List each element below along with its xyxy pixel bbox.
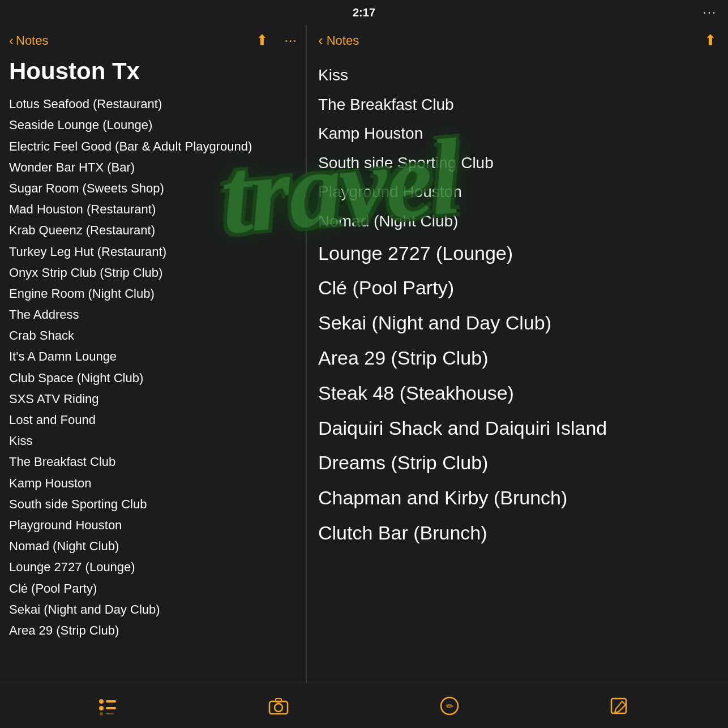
list-item: Nomad (Night Club) (9, 536, 297, 556)
list-item: South side Sporting Club (9, 494, 297, 515)
status-dots: ··· (703, 5, 717, 20)
list-item: Seaside Lounge (Lounge) (9, 114, 297, 135)
right-note-list: Kiss The Breakfast Club Kamp Houston Sou… (318, 61, 717, 551)
list-item: Clé (Pool Party) (318, 271, 717, 306)
list-item: Sekai (Night and Day Club) (318, 306, 717, 341)
right-share-icon[interactable]: ⬆ (704, 32, 717, 49)
list-item: Steak 48 (Steakhouse) (318, 376, 717, 411)
left-nav: ‹ Notes ⬆ ··· (9, 32, 297, 49)
list-item: Lounge 2727 (Lounge) (318, 236, 717, 271)
left-panel: ‹ Notes ⬆ ··· Houston Tx Lotus Seafood (… (0, 25, 306, 683)
list-item: Clé (Pool Party) (9, 578, 297, 599)
list-item: The Breakfast Club (318, 90, 717, 119)
list-item: Club Space (Night Club) (9, 367, 297, 388)
list-item: Lost and Found (9, 409, 297, 430)
svg-rect-5 (106, 713, 114, 714)
list-item: Kiss (318, 61, 717, 90)
right-nav: ‹ Notes ⬆ (318, 32, 717, 49)
list-item: Electric Feel Good (Bar & Adult Playgrou… (9, 136, 297, 157)
list-item: Area 29 (Strip Club) (318, 341, 717, 376)
right-back-chevron-icon: ‹ (318, 32, 323, 49)
pen-button[interactable]: ✏ (439, 696, 460, 716)
back-label: Notes (16, 33, 48, 48)
right-back-button[interactable]: ‹ Notes (318, 32, 359, 49)
list-item: Lotus Seafood (Restaurant) (9, 93, 297, 114)
nav-icons: ⬆ ··· (256, 32, 297, 49)
list-item: Dreams (Strip Club) (318, 446, 717, 481)
list-item: Wonder Bar HTX (Bar) (9, 157, 297, 178)
more-icon[interactable]: ··· (284, 32, 297, 49)
svg-rect-8 (276, 699, 281, 702)
left-note-list: Lotus Seafood (Restaurant) Seaside Loung… (9, 93, 297, 641)
checklist-button[interactable] (98, 696, 118, 716)
list-item: Nomad (Night Club) (318, 207, 717, 236)
list-item: Area 29 (Strip Club) (9, 620, 297, 641)
list-item: Kamp Houston (9, 473, 297, 494)
back-chevron-icon: ‹ (9, 33, 14, 49)
status-time: 2:17 (353, 6, 375, 19)
back-button[interactable]: ‹ Notes (9, 33, 48, 49)
list-item: Krab Queenz (Restaurant) (9, 220, 297, 241)
svg-point-7 (275, 704, 282, 712)
bottom-toolbar: ✏ (0, 683, 728, 728)
list-item: Kiss (9, 430, 297, 451)
list-item: Mad Houston (Restaurant) (9, 199, 297, 220)
list-item: Clutch Bar (Brunch) (318, 516, 717, 551)
edit-button[interactable] (610, 696, 630, 716)
list-item: Playground Houston (9, 515, 297, 536)
list-item: Daiquiri Shack and Daiquiri Island (318, 411, 717, 446)
list-item: Lounge 2727 (Lounge) (9, 556, 297, 577)
share-icon[interactable]: ⬆ (256, 32, 268, 49)
list-item: SXS ATV Riding (9, 388, 297, 409)
list-item: Playground Houston (318, 177, 717, 207)
list-item: The Address (9, 304, 297, 325)
list-item: Sugar Room (Sweets Shop) (9, 178, 297, 199)
svg-rect-1 (106, 700, 116, 703)
list-item: Turkey Leg Hut (Restaurant) (9, 241, 297, 262)
status-bar: 2:17 ··· (0, 0, 728, 25)
svg-point-2 (99, 706, 104, 710)
list-item: South side Sporting Club (318, 148, 717, 178)
list-item: Crab Shack (9, 325, 297, 346)
list-item: The Breakfast Club (9, 451, 297, 472)
right-back-label: Notes (327, 33, 359, 48)
list-item: Chapman and Kirby (Brunch) (318, 481, 717, 516)
svg-rect-3 (106, 707, 116, 709)
list-item: Onyx Strip Club (Strip Club) (9, 262, 297, 283)
svg-point-0 (99, 699, 104, 704)
right-panel: ‹ Notes ⬆ Kiss The Breakfast Club Kamp H… (307, 25, 728, 683)
list-item: It's A Damn Lounge (9, 346, 297, 367)
note-title: Houston Tx (9, 58, 297, 84)
list-item: Sekai (Night and Day Club) (9, 599, 297, 620)
camera-button[interactable] (268, 696, 289, 716)
list-item: Kamp Houston (318, 119, 717, 148)
list-item: Engine Room (Night Club) (9, 283, 297, 304)
svg-text:✏: ✏ (446, 701, 453, 711)
svg-point-4 (100, 712, 103, 716)
